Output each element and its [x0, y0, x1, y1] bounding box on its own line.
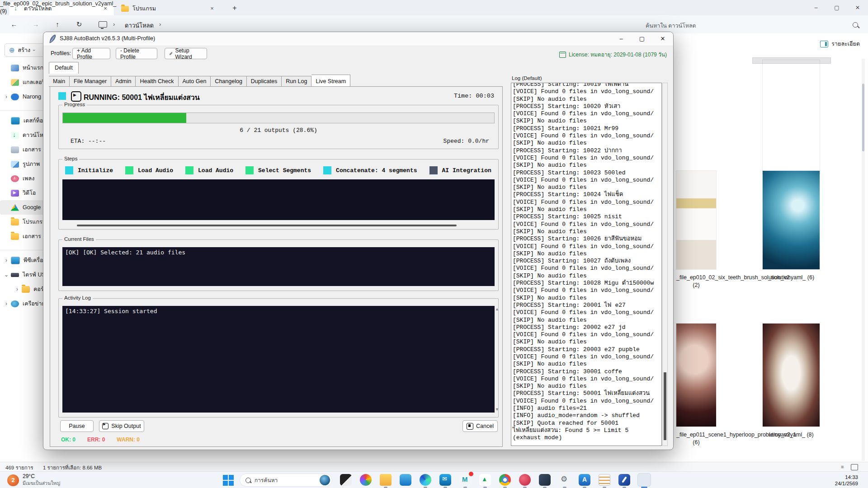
- sidebar-item[interactable]: › Narong: [0, 89, 43, 104]
- settings-icon[interactable]: [558, 473, 571, 487]
- delete-profile-button[interactable]: - Delete Profile: [116, 48, 157, 59]
- skip-output-button[interactable]: Skip Output: [99, 420, 144, 432]
- sidebar-item[interactable]: › พีซีเครื่อง: [0, 253, 43, 267]
- sidebar-item[interactable]: Google: [0, 200, 43, 215]
- close-button[interactable]: ✕: [652, 32, 673, 46]
- file-thumbnail[interactable]: [763, 324, 820, 427]
- sidebar-item[interactable]: หน้าแรก: [0, 61, 43, 75]
- scroll-down-icon[interactable]: ▼: [495, 407, 499, 412]
- log-scrollbar[interactable]: [662, 83, 668, 446]
- taskbar-clock[interactable]: 14:33 24/1/2569: [835, 474, 858, 487]
- maximize-button[interactable]: ▢: [632, 32, 652, 46]
- file-thumbnail[interactable]: [763, 60, 820, 174]
- explorer-tab-programs[interactable]: โปรแกรม: [117, 2, 221, 15]
- profile-tab-default[interactable]: Default: [49, 62, 79, 74]
- taskbar-search[interactable]: การค้นหา: [240, 474, 332, 487]
- google-drive-icon[interactable]: [478, 473, 492, 487]
- notebook-tab[interactable]: Duplicates: [247, 76, 282, 87]
- file-thumbnail[interactable]: [676, 171, 716, 269]
- cancel-button[interactable]: Cancel: [462, 420, 498, 432]
- sidebar-item[interactable]: วิดีโอ: [0, 186, 43, 200]
- new-tab-button[interactable]: [229, 3, 241, 14]
- weather-widget[interactable]: 2 29°C มีเมฆเป็นส่วนใหญ่: [7, 473, 60, 487]
- list-view-icon[interactable]: [841, 464, 847, 469]
- back-button[interactable]: ←: [8, 19, 20, 30]
- pdf-app-icon[interactable]: [518, 473, 532, 487]
- step-chip: Load Audio: [125, 165, 173, 176]
- title-bar[interactable]: SJ88 AutoBatch v26.5.3 (Multi-Profile) –…: [43, 32, 673, 46]
- add-profile-button[interactable]: + Add Profile: [72, 48, 110, 59]
- refresh-button[interactable]: ↻: [73, 19, 85, 30]
- chevron-icon[interactable]: ›: [3, 300, 10, 307]
- chrome-icon[interactable]: [498, 473, 512, 487]
- sidebar-item[interactable]: เอกสาร: [0, 229, 43, 244]
- file-explorer-icon[interactable]: [379, 473, 392, 487]
- search-icon: [245, 478, 251, 483]
- chevron-icon[interactable]: ›: [3, 257, 10, 263]
- pause-button[interactable]: Pause: [60, 420, 94, 432]
- sidebar-item[interactable]: [0, 104, 43, 111]
- start-button[interactable]: [222, 474, 234, 486]
- scrollbar-thumb[interactable]: [862, 84, 864, 151]
- sidebar-item[interactable]: › เครือข่าย: [0, 296, 43, 311]
- thumbnail-view-icon[interactable]: [851, 464, 858, 470]
- outlook-icon[interactable]: [439, 473, 452, 487]
- blue-a-app-icon[interactable]: [578, 473, 591, 487]
- sidebar-item[interactable]: โปรแกรม: [0, 215, 43, 229]
- sidebar-item[interactable]: รูปภาพ: [0, 157, 43, 171]
- chevron-icon[interactable]: ›: [3, 94, 10, 100]
- details-view-button[interactable]: รายละเอียด: [820, 39, 860, 48]
- breadcrumb[interactable]: ดาวน์โหลด: [125, 21, 154, 30]
- minimize-button[interactable]: –: [611, 32, 632, 46]
- step-label: Concatenate: 4 segments: [336, 167, 417, 174]
- file-thumbnail[interactable]: [763, 171, 820, 269]
- notebook-tab[interactable]: Changelog: [211, 76, 246, 87]
- search-icon[interactable]: [853, 22, 858, 28]
- sidebar-item[interactable]: ⌄ ไดรฟ์ US: [0, 267, 43, 282]
- chevron-icon[interactable]: ›: [14, 286, 21, 292]
- activity-log-terminal[interactable]: [14:33:27] Session started: [62, 306, 495, 413]
- sidebar-item[interactable]: เอกสาร: [0, 142, 43, 157]
- search-input[interactable]: ค้นหาใน ดาวน์โหลด: [646, 21, 696, 30]
- sidebar-item[interactable]: เดสก์ท็อป: [0, 113, 43, 128]
- scroll-up-icon[interactable]: ▲: [495, 307, 499, 311]
- chevron-icon[interactable]: ⌄: [3, 272, 10, 278]
- notebook-tab[interactable]: Run Log: [282, 76, 311, 87]
- close-window-button[interactable]: ✕: [847, 0, 868, 15]
- mail-icon[interactable]: [458, 473, 472, 487]
- minimize-window-button[interactable]: –: [806, 0, 826, 15]
- restore-window-button[interactable]: ▢: [826, 0, 847, 15]
- scrollbar[interactable]: [862, 59, 865, 461]
- this-pc-icon[interactable]: [99, 21, 107, 28]
- notebook-tab[interactable]: Main: [49, 76, 70, 87]
- horizontal-scrollbar[interactable]: [77, 225, 457, 226]
- sidebar-item[interactable]: เพลง: [0, 171, 43, 186]
- close-icon[interactable]: [208, 5, 216, 13]
- edge-icon[interactable]: [419, 473, 432, 487]
- file-thumbnail[interactable]: [676, 324, 716, 427]
- store-icon[interactable]: [399, 473, 412, 487]
- photos-legacy-icon[interactable]: [339, 473, 353, 487]
- snipping-tool-icon[interactable]: [538, 473, 552, 487]
- up-button[interactable]: ↑: [52, 19, 63, 30]
- log-panel[interactable]: [PROCESS] Starting: 10019 ไฟเพดาน [VOICE…: [511, 83, 662, 446]
- setup-wizard-button[interactable]: Setup Wizard: [165, 48, 207, 59]
- paint-icon[interactable]: [359, 473, 373, 487]
- notebook-tab[interactable]: Admin: [111, 76, 136, 87]
- sidebar-item[interactable]: › คอร์สติ: [0, 282, 43, 296]
- sidebar-item[interactable]: [0, 244, 43, 250]
- notebook-tab[interactable]: Health Check: [136, 76, 178, 87]
- sidebar-item[interactable]: ดาวน์โหลด: [0, 128, 43, 142]
- log-scrollbar-thumb[interactable]: [664, 372, 666, 440]
- notebook-tab[interactable]: File Manager: [70, 76, 111, 87]
- notes-app-icon[interactable]: [598, 473, 611, 487]
- current-files-terminal[interactable]: [OK] [OK] Selected: 21 audio files: [62, 247, 495, 286]
- sidebar-item[interactable]: แกลเลอรี: [0, 75, 43, 89]
- forward-button[interactable]: →: [30, 19, 42, 30]
- notebook-tab[interactable]: Auto Gen: [179, 76, 211, 87]
- notebook-tab[interactable]: Live Stream: [311, 75, 350, 87]
- pen-app-icon[interactable]: [618, 473, 631, 487]
- search-daily-image[interactable]: [320, 475, 330, 485]
- autobatch-app-icon[interactable]: [637, 473, 651, 487]
- new-button[interactable]: สร้าง: [5, 43, 43, 57]
